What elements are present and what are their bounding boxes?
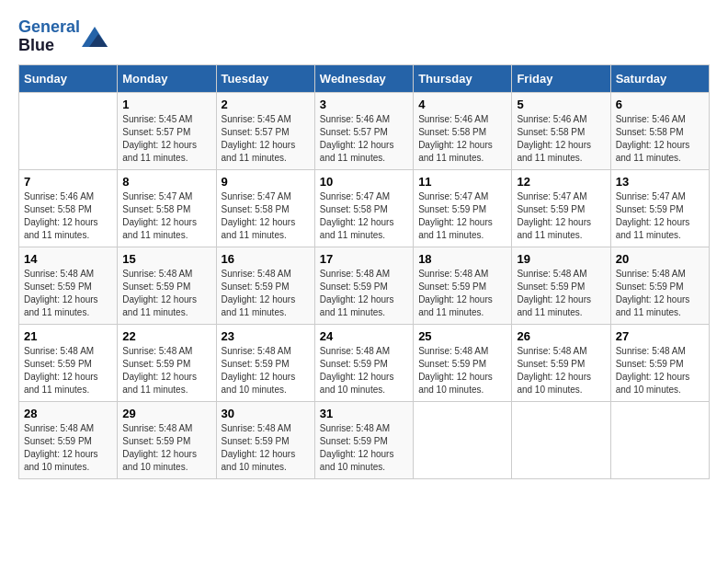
day-number: 25 <box>418 329 506 343</box>
col-header-monday: Monday <box>118 64 216 92</box>
day-info: Sunrise: 5:48 AMSunset: 5:59 PMDaylight:… <box>24 345 112 396</box>
day-info: Sunrise: 5:48 AMSunset: 5:59 PMDaylight:… <box>517 268 605 319</box>
header-row: SundayMondayTuesdayWednesdayThursdayFrid… <box>19 64 710 92</box>
col-header-tuesday: Tuesday <box>216 64 314 92</box>
day-info: Sunrise: 5:48 AMSunset: 5:59 PMDaylight:… <box>616 268 704 319</box>
day-number: 17 <box>320 252 408 266</box>
day-number: 26 <box>517 329 605 343</box>
day-cell: 29Sunrise: 5:48 AMSunset: 5:59 PMDayligh… <box>118 401 216 478</box>
col-header-saturday: Saturday <box>610 64 709 92</box>
day-number: 20 <box>616 252 704 266</box>
col-header-thursday: Thursday <box>414 64 512 92</box>
day-cell: 17Sunrise: 5:48 AMSunset: 5:59 PMDayligh… <box>314 247 413 324</box>
day-cell: 19Sunrise: 5:48 AMSunset: 5:59 PMDayligh… <box>512 247 610 324</box>
day-info: Sunrise: 5:47 AMSunset: 5:59 PMDaylight:… <box>418 190 506 242</box>
day-info: Sunrise: 5:48 AMSunset: 5:59 PMDaylight:… <box>418 268 506 319</box>
day-cell: 11Sunrise: 5:47 AMSunset: 5:59 PMDayligh… <box>414 169 512 247</box>
day-number: 27 <box>616 329 704 343</box>
day-cell: 1Sunrise: 5:45 AMSunset: 5:57 PMDaylight… <box>118 92 216 169</box>
day-info: Sunrise: 5:48 AMSunset: 5:59 PMDaylight:… <box>320 268 408 319</box>
day-cell: 9Sunrise: 5:47 AMSunset: 5:58 PMDaylight… <box>216 169 314 247</box>
day-number: 28 <box>24 407 112 420</box>
col-header-wednesday: Wednesday <box>314 64 413 92</box>
day-cell: 25Sunrise: 5:48 AMSunset: 5:59 PMDayligh… <box>414 324 512 401</box>
day-cell: 8Sunrise: 5:47 AMSunset: 5:58 PMDaylight… <box>118 169 216 247</box>
day-number: 8 <box>122 175 210 189</box>
day-number: 21 <box>24 329 112 343</box>
day-info: Sunrise: 5:48 AMSunset: 5:59 PMDaylight:… <box>122 422 210 474</box>
day-cell: 3Sunrise: 5:46 AMSunset: 5:57 PMDaylight… <box>314 92 413 169</box>
day-info: Sunrise: 5:47 AMSunset: 5:59 PMDaylight:… <box>616 190 704 242</box>
day-info: Sunrise: 5:48 AMSunset: 5:59 PMDaylight:… <box>222 422 310 474</box>
logo-icon <box>82 27 108 47</box>
day-number: 14 <box>24 252 112 266</box>
day-info: Sunrise: 5:46 AMSunset: 5:58 PMDaylight:… <box>616 113 704 165</box>
day-info: Sunrise: 5:48 AMSunset: 5:59 PMDaylight:… <box>24 268 112 319</box>
day-cell <box>414 401 512 478</box>
day-cell: 22Sunrise: 5:48 AMSunset: 5:59 PMDayligh… <box>118 324 216 401</box>
day-number: 29 <box>122 407 210 420</box>
day-number: 31 <box>320 407 408 420</box>
day-number: 2 <box>222 98 310 111</box>
day-cell: 5Sunrise: 5:46 AMSunset: 5:58 PMDaylight… <box>512 92 610 169</box>
day-info: Sunrise: 5:47 AMSunset: 5:59 PMDaylight:… <box>517 190 605 242</box>
day-info: Sunrise: 5:48 AMSunset: 5:59 PMDaylight:… <box>320 422 408 474</box>
day-info: Sunrise: 5:46 AMSunset: 5:58 PMDaylight:… <box>517 113 605 165</box>
day-cell: 27Sunrise: 5:48 AMSunset: 5:59 PMDayligh… <box>610 324 709 401</box>
day-cell: 13Sunrise: 5:47 AMSunset: 5:59 PMDayligh… <box>610 169 709 247</box>
day-cell: 2Sunrise: 5:45 AMSunset: 5:57 PMDaylight… <box>216 92 314 169</box>
day-info: Sunrise: 5:45 AMSunset: 5:57 PMDaylight:… <box>222 113 310 165</box>
week-row-4: 21Sunrise: 5:48 AMSunset: 5:59 PMDayligh… <box>19 324 710 401</box>
day-cell: 24Sunrise: 5:48 AMSunset: 5:59 PMDayligh… <box>314 324 413 401</box>
day-info: Sunrise: 5:46 AMSunset: 5:58 PMDaylight:… <box>418 113 506 165</box>
day-number: 12 <box>517 175 605 189</box>
day-number: 18 <box>418 252 506 266</box>
day-info: Sunrise: 5:47 AMSunset: 5:58 PMDaylight:… <box>122 190 210 242</box>
day-cell: 28Sunrise: 5:48 AMSunset: 5:59 PMDayligh… <box>19 401 118 478</box>
day-cell: 16Sunrise: 5:48 AMSunset: 5:59 PMDayligh… <box>216 247 314 324</box>
day-cell <box>610 401 709 478</box>
day-cell: 12Sunrise: 5:47 AMSunset: 5:59 PMDayligh… <box>512 169 610 247</box>
day-number: 7 <box>24 175 112 189</box>
day-cell: 30Sunrise: 5:48 AMSunset: 5:59 PMDayligh… <box>216 401 314 478</box>
day-info: Sunrise: 5:48 AMSunset: 5:59 PMDaylight:… <box>122 268 210 319</box>
day-cell: 6Sunrise: 5:46 AMSunset: 5:58 PMDaylight… <box>610 92 709 169</box>
week-row-5: 28Sunrise: 5:48 AMSunset: 5:59 PMDayligh… <box>19 401 710 478</box>
day-info: Sunrise: 5:47 AMSunset: 5:58 PMDaylight:… <box>320 190 408 242</box>
day-info: Sunrise: 5:45 AMSunset: 5:57 PMDaylight:… <box>122 113 210 165</box>
day-info: Sunrise: 5:48 AMSunset: 5:59 PMDaylight:… <box>122 345 210 396</box>
week-row-2: 7Sunrise: 5:46 AMSunset: 5:58 PMDaylight… <box>19 169 710 247</box>
day-cell: 7Sunrise: 5:46 AMSunset: 5:58 PMDaylight… <box>19 169 118 247</box>
day-info: Sunrise: 5:48 AMSunset: 5:59 PMDaylight:… <box>517 345 605 396</box>
logo-text: GeneralBlue <box>18 18 80 55</box>
day-number: 5 <box>517 98 605 111</box>
day-cell: 21Sunrise: 5:48 AMSunset: 5:59 PMDayligh… <box>19 324 118 401</box>
day-info: Sunrise: 5:48 AMSunset: 5:59 PMDaylight:… <box>320 345 408 396</box>
day-cell: 18Sunrise: 5:48 AMSunset: 5:59 PMDayligh… <box>414 247 512 324</box>
col-header-sunday: Sunday <box>19 64 118 92</box>
day-cell: 4Sunrise: 5:46 AMSunset: 5:58 PMDaylight… <box>414 92 512 169</box>
day-cell <box>512 401 610 478</box>
day-info: Sunrise: 5:48 AMSunset: 5:59 PMDaylight:… <box>418 345 506 396</box>
day-info: Sunrise: 5:46 AMSunset: 5:57 PMDaylight:… <box>320 113 408 165</box>
day-number: 30 <box>222 407 310 420</box>
day-cell: 14Sunrise: 5:48 AMSunset: 5:59 PMDayligh… <box>19 247 118 324</box>
day-cell <box>19 92 118 169</box>
day-cell: 20Sunrise: 5:48 AMSunset: 5:59 PMDayligh… <box>610 247 709 324</box>
calendar-table: SundayMondayTuesdayWednesdayThursdayFrid… <box>18 64 710 479</box>
day-number: 6 <box>616 98 704 111</box>
day-number: 1 <box>122 98 210 111</box>
day-cell: 26Sunrise: 5:48 AMSunset: 5:59 PMDayligh… <box>512 324 610 401</box>
day-number: 13 <box>616 175 704 189</box>
logo: GeneralBlue <box>18 18 108 55</box>
week-row-3: 14Sunrise: 5:48 AMSunset: 5:59 PMDayligh… <box>19 247 710 324</box>
day-number: 22 <box>122 329 210 343</box>
day-number: 10 <box>320 175 408 189</box>
day-info: Sunrise: 5:48 AMSunset: 5:59 PMDaylight:… <box>222 268 310 319</box>
day-number: 19 <box>517 252 605 266</box>
day-cell: 10Sunrise: 5:47 AMSunset: 5:58 PMDayligh… <box>314 169 413 247</box>
day-cell: 15Sunrise: 5:48 AMSunset: 5:59 PMDayligh… <box>118 247 216 324</box>
day-number: 16 <box>222 252 310 266</box>
day-cell: 31Sunrise: 5:48 AMSunset: 5:59 PMDayligh… <box>314 401 413 478</box>
day-number: 11 <box>418 175 506 189</box>
